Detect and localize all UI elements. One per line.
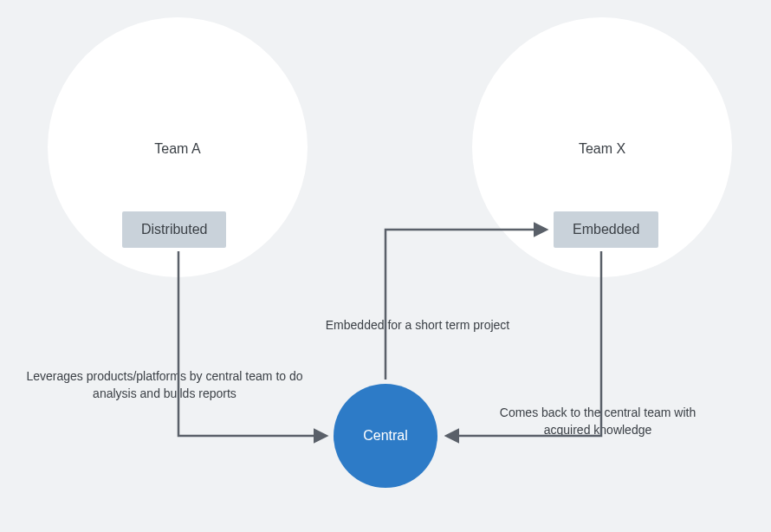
annotation-embedded-short: Embedded for a short term project [305,316,530,334]
arrow-central-to-embedded [386,230,546,380]
annotation-comes-back: Comes back to the central team with acqu… [485,404,710,439]
team-x-label: Team X [550,141,654,157]
central-circle: Central [334,384,437,488]
embedded-badge: Embedded [554,211,658,248]
arrow-distributed-to-central [178,251,326,436]
team-a-label: Team A [126,141,230,157]
distributed-badge: Distributed [122,211,226,248]
central-label: Central [363,428,408,444]
annotation-leverages: Leverages products/platforms by central … [24,367,305,403]
